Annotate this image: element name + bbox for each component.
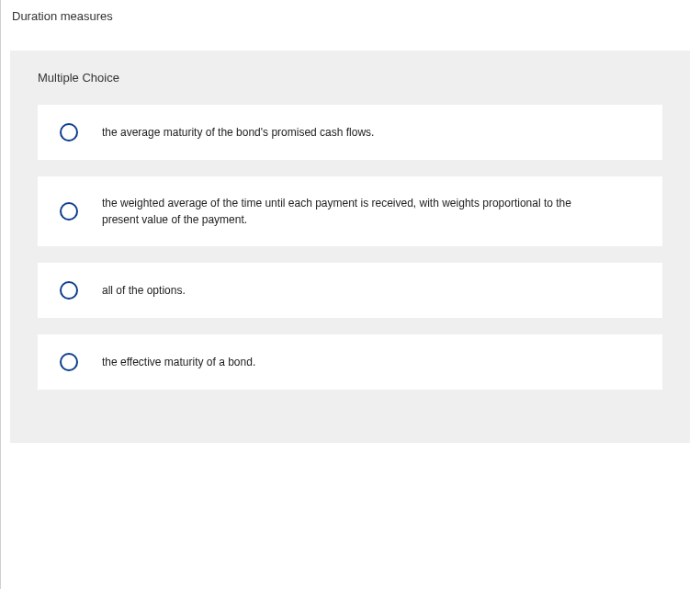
question-title: Duration measures	[10, 9, 700, 23]
radio-icon	[60, 123, 78, 142]
options-list: the average maturity of the bond's promi…	[10, 105, 690, 443]
option-text: the weighted average of the time until e…	[102, 195, 589, 228]
radio-icon	[60, 353, 78, 371]
radio-icon	[60, 281, 78, 300]
option-text: the effective maturity of a bond.	[102, 354, 255, 370]
option-4[interactable]: the effective maturity of a bond.	[38, 334, 662, 390]
question-type-label: Multiple Choice	[10, 51, 690, 105]
radio-icon	[60, 202, 78, 221]
multiple-choice-panel: Multiple Choice the average maturity of …	[10, 51, 690, 443]
question-container: Duration measures Multiple Choice the av…	[1, 0, 700, 443]
option-3[interactable]: all of the options.	[38, 263, 662, 318]
option-text: all of the options.	[102, 282, 186, 299]
option-1[interactable]: the average maturity of the bond's promi…	[38, 105, 662, 160]
option-2[interactable]: the weighted average of the time until e…	[38, 176, 662, 246]
option-text: the average maturity of the bond's promi…	[102, 124, 374, 141]
